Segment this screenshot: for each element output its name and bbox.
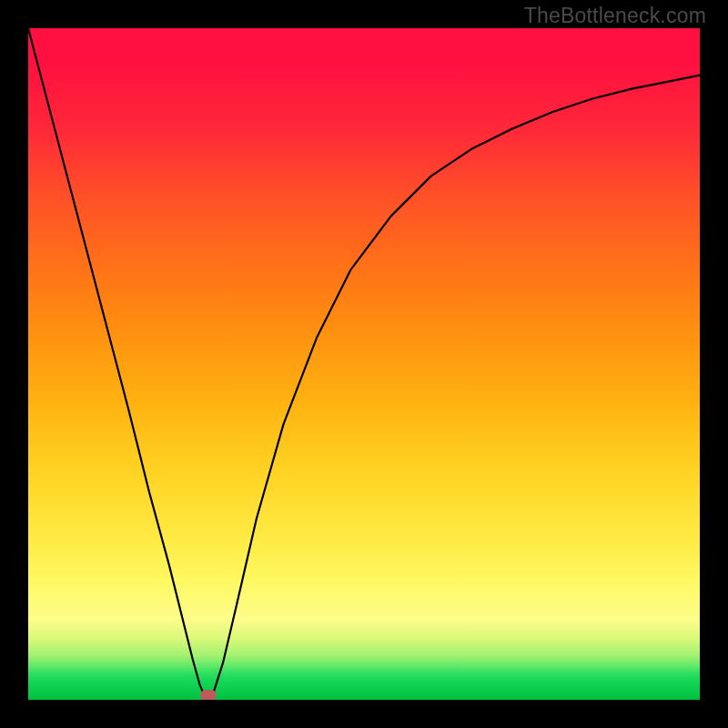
chart-frame: TheBottleneck.com bbox=[0, 0, 728, 728]
bottleneck-curve bbox=[28, 28, 700, 700]
watermark-text: TheBottleneck.com bbox=[524, 4, 706, 28]
optimal-marker bbox=[200, 690, 217, 700]
plot-area bbox=[28, 28, 700, 700]
